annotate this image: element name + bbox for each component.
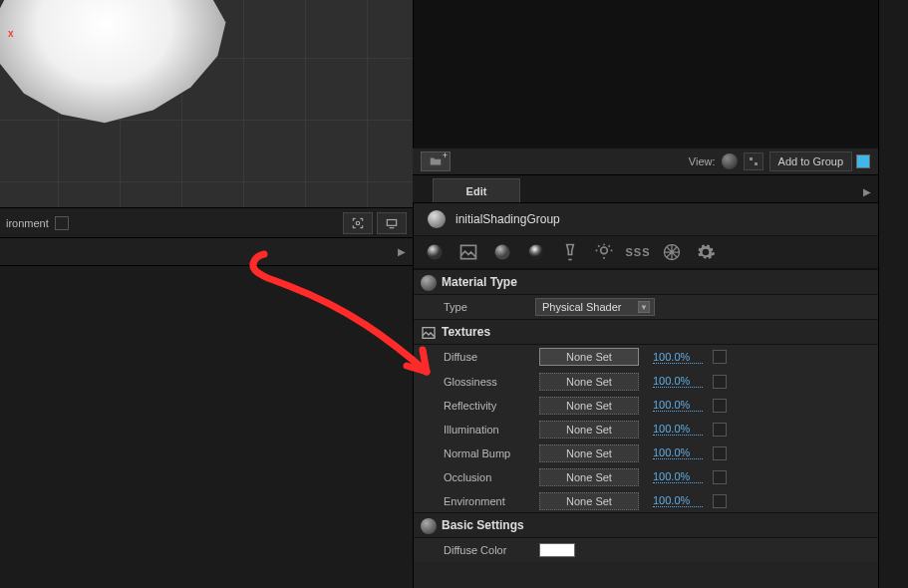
texture-color-swatch[interactable] (713, 423, 727, 437)
texture-label: Environment (444, 495, 539, 507)
svg-point-7 (529, 245, 544, 260)
texture-opacity-value[interactable]: 100.0% (653, 494, 703, 507)
sphere-shaded-icon[interactable] (424, 241, 446, 263)
group-color-swatch[interactable] (856, 154, 870, 168)
texture-label: Occlusion (444, 471, 539, 483)
view-link-button[interactable] (744, 152, 763, 170)
section-title-material-type: Material Type (442, 275, 517, 289)
texture-row-diffuse: DiffuseNone Set100.0% (414, 345, 878, 369)
svg-point-4 (428, 245, 443, 260)
texture-row-reflectivity: ReflectivityNone Set100.0% (414, 393, 878, 417)
material-name-row: initialShadingGroup (414, 203, 878, 235)
environment-color-swatch[interactable] (55, 216, 69, 230)
material-preview-pane (413, 0, 878, 147)
diffuse-color-label: Diffuse Color (444, 544, 539, 556)
material-category-iconbar: SSS (414, 235, 878, 269)
section-basic-settings: Basic Settings Diffuse Color (414, 512, 878, 562)
tab-edit-label: Edit (466, 185, 487, 197)
viewport-frame-button[interactable] (343, 212, 373, 234)
svg-rect-3 (755, 162, 757, 165)
section-header-basic-settings[interactable]: Basic Settings (414, 512, 878, 538)
gear-icon[interactable] (695, 241, 717, 263)
texture-slot-button[interactable]: None Set (539, 492, 639, 510)
texture-label: Illumination (444, 424, 539, 436)
texture-opacity-value[interactable]: 100.0% (653, 470, 703, 483)
texture-label: Glossiness (444, 376, 539, 388)
svg-point-8 (601, 247, 608, 254)
sphere-grey-icon[interactable] (491, 241, 513, 263)
preview-toolbar: + View: Add to Group (413, 147, 878, 175)
diffuse-color-swatch[interactable] (539, 543, 575, 557)
light-icon[interactable] (593, 241, 615, 263)
texture-color-swatch[interactable] (713, 494, 727, 508)
texture-row-environment: EnvironmentNone Set100.0% (414, 488, 878, 512)
texture-color-swatch[interactable] (713, 470, 727, 484)
sphere-icon (421, 275, 437, 291)
texture-slot-button[interactable]: None Set (539, 348, 639, 366)
properties-tabstrip: Edit ▶ (413, 175, 878, 203)
lower-left-panel: ▶ (0, 237, 413, 588)
sss-icon[interactable]: SSS (627, 241, 649, 263)
type-label: Type (444, 301, 535, 313)
texture-row-occlusion: OcclusionNone Set100.0% (414, 464, 878, 488)
texture-slot-button[interactable]: None Set (539, 373, 639, 391)
texture-opacity-value[interactable]: 100.0% (653, 351, 703, 364)
tab-scroll-right-icon[interactable]: ▶ (856, 180, 878, 202)
texture-color-swatch[interactable] (713, 350, 727, 364)
texture-label: Diffuse (444, 351, 539, 363)
texture-row-glossiness: GlossinessNone Set100.0% (414, 369, 878, 393)
right-scroll-gutter[interactable] (878, 0, 908, 588)
view-label: View: (689, 155, 716, 167)
image-icon[interactable] (457, 241, 479, 263)
open-folder-button[interactable]: + (421, 151, 451, 171)
section-title-textures: Textures (442, 325, 490, 339)
viewport-3d[interactable]: x (0, 0, 413, 207)
texture-label: Normal Bump (444, 447, 539, 459)
sphere-icon (421, 518, 437, 534)
texture-slot-button[interactable]: None Set (539, 468, 639, 486)
texture-label: Reflectivity (444, 400, 539, 412)
panel-expand-right-icon[interactable]: ▶ (391, 241, 413, 263)
viewport-toolbar: ironment (0, 207, 413, 237)
section-header-material-type[interactable]: Material Type (414, 269, 878, 295)
material-ball-icon (428, 210, 446, 228)
section-header-textures[interactable]: Textures (414, 319, 878, 345)
texture-row-normal-bump: Normal BumpNone Set100.0% (414, 441, 878, 464)
texture-opacity-value[interactable]: 100.0% (653, 375, 703, 388)
section-textures: Textures DiffuseNone Set100.0%Glossiness… (414, 319, 878, 512)
add-to-group-label: Add to Group (778, 155, 843, 167)
add-to-group-button[interactable]: Add to Group (769, 151, 852, 171)
texture-slot-button[interactable]: None Set (539, 421, 639, 439)
texture-color-swatch[interactable] (713, 399, 727, 413)
texture-slot-button[interactable]: None Set (539, 444, 639, 462)
texture-color-swatch[interactable] (713, 446, 727, 460)
viewport-display-button[interactable] (377, 212, 407, 234)
gizmo-x-axis: x (8, 28, 14, 39)
view-sphere-icon[interactable] (722, 153, 738, 169)
type-dropdown-value: Physical Shader (542, 301, 622, 313)
sphere-chrome-icon[interactable] (525, 241, 547, 263)
glass-icon[interactable] (559, 241, 581, 263)
texture-opacity-value[interactable]: 100.0% (653, 446, 703, 459)
row-type: Type Physical Shader ▼ (414, 295, 878, 319)
texture-opacity-value[interactable]: 100.0% (653, 423, 703, 436)
tab-edit[interactable]: Edit (433, 178, 520, 202)
geodesic-icon[interactable] (661, 241, 683, 263)
svg-rect-2 (750, 157, 753, 160)
type-dropdown[interactable]: Physical Shader ▼ (535, 298, 655, 316)
row-diffuse-color: Diffuse Color (414, 538, 878, 562)
material-name: initialShadingGroup (455, 212, 560, 226)
properties-panel: initialShadingGroup SSS (413, 203, 878, 588)
texture-color-swatch[interactable] (713, 375, 727, 389)
image-icon (420, 324, 438, 342)
section-title-basic-settings: Basic Settings (442, 518, 524, 532)
texture-opacity-value[interactable]: 100.0% (653, 399, 703, 412)
texture-row-illumination: IlluminationNone Set100.0% (414, 417, 878, 441)
chevron-down-icon: ▼ (638, 301, 650, 313)
lower-left-toolbar: ▶ (0, 238, 413, 266)
texture-slot-button[interactable]: None Set (539, 397, 639, 415)
section-material-type: Material Type Type Physical Shader ▼ (414, 269, 878, 319)
environment-label: ironment (6, 217, 49, 229)
svg-point-6 (495, 245, 510, 260)
svg-rect-1 (387, 219, 396, 225)
